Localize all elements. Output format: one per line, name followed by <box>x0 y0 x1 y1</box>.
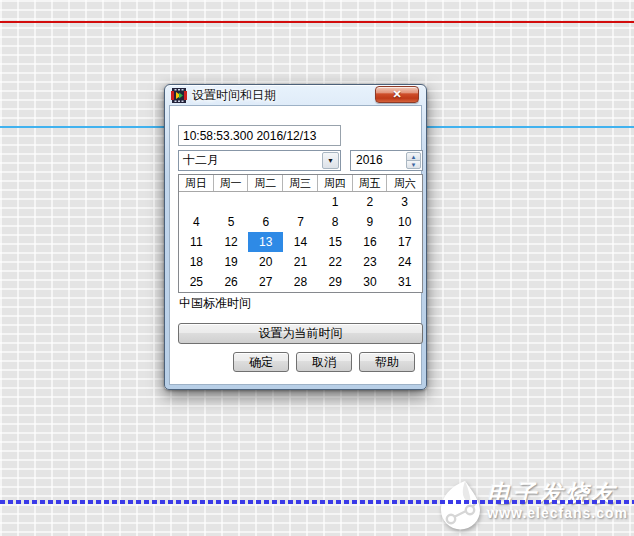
calendar-weekday-header: 周四 <box>318 175 353 191</box>
calendar-weekday-header: 周六 <box>387 175 422 191</box>
calendar-day[interactable]: 8 <box>318 212 353 232</box>
set-current-time-button[interactable]: 设置为当前时间 <box>178 323 423 344</box>
calendar-day[interactable]: 28 <box>283 272 318 292</box>
month-value: 十二月 <box>179 151 340 170</box>
close-button[interactable]: ✕ <box>375 86 419 103</box>
calendar-weekday-header: 周二 <box>248 175 283 191</box>
set-time-date-dialog: 设置时间和日期 ✕ 十二月 ▼ 2016 ▲ ▼ 周日 周一 <box>164 84 427 390</box>
help-button[interactable]: 帮助 <box>359 352 415 372</box>
calendar-weekday-header: 周五 <box>353 175 388 191</box>
calendar-day[interactable]: 6 <box>248 212 283 232</box>
labview-clock-icon <box>171 88 187 103</box>
calendar-day[interactable]: 7 <box>283 212 318 232</box>
calendar-day[interactable]: 1 <box>318 192 353 212</box>
calendar-day[interactable]: 11 <box>179 232 214 252</box>
calendar-day[interactable]: 4 <box>179 212 214 232</box>
calendar-day[interactable]: 15 <box>318 232 353 252</box>
calendar-day[interactable]: 24 <box>387 252 422 272</box>
calendar-day[interactable]: 16 <box>353 232 388 252</box>
calendar: 周日 周一 周二 周三 周四 周五 周六 1 2 3 4 <box>178 174 423 293</box>
calendar-day[interactable]: 30 <box>353 272 388 292</box>
ok-button[interactable]: 确定 <box>233 352 289 372</box>
calendar-day[interactable]: 12 <box>214 232 249 252</box>
calendar-day-selected[interactable]: 13 <box>248 232 283 252</box>
dialog-client-area: 十二月 ▼ 2016 ▲ ▼ 周日 周一 周二 周三 周四 周五 周六 <box>170 106 421 384</box>
timezone-label: 中国标准时间 <box>179 295 251 312</box>
calendar-day[interactable]: 2 <box>353 192 388 212</box>
calendar-day[interactable]: 17 <box>387 232 422 252</box>
calendar-day[interactable]: 23 <box>353 252 388 272</box>
datetime-input[interactable] <box>178 125 341 146</box>
elecfans-logo-icon <box>437 480 483 532</box>
year-spinner[interactable]: 2016 ▲ ▼ <box>350 150 423 171</box>
dotted-blue-wire <box>0 500 634 504</box>
chevron-down-icon[interactable]: ▼ <box>322 152 339 169</box>
close-icon: ✕ <box>392 89 401 100</box>
spin-down-icon[interactable]: ▼ <box>406 160 421 169</box>
calendar-day[interactable]: 21 <box>283 252 318 272</box>
block-diagram-background: 电子发烧友 www.elecfans.com 设置时间和日期 ✕ 十二月 <box>0 0 634 536</box>
calendar-day <box>283 192 318 212</box>
calendar-day[interactable]: 19 <box>214 252 249 272</box>
dialog-titlebar[interactable]: 设置时间和日期 ✕ <box>165 85 426 105</box>
calendar-day[interactable]: 9 <box>353 212 388 232</box>
calendar-day[interactable]: 27 <box>248 272 283 292</box>
calendar-day[interactable]: 5 <box>214 212 249 232</box>
calendar-weekday-header: 周日 <box>179 175 214 191</box>
calendar-day[interactable]: 25 <box>179 272 214 292</box>
dialog-title: 设置时间和日期 <box>192 87 276 104</box>
calendar-day[interactable]: 18 <box>179 252 214 272</box>
calendar-day <box>214 192 249 212</box>
red-wire <box>0 21 634 23</box>
cancel-button[interactable]: 取消 <box>296 352 352 372</box>
calendar-day[interactable]: 26 <box>214 272 249 292</box>
calendar-day[interactable]: 22 <box>318 252 353 272</box>
calendar-day[interactable]: 10 <box>387 212 422 232</box>
calendar-day <box>248 192 283 212</box>
calendar-day[interactable]: 14 <box>283 232 318 252</box>
calendar-day[interactable]: 3 <box>387 192 422 212</box>
calendar-header-row: 周日 周一 周二 周三 周四 周五 周六 <box>179 175 422 192</box>
watermark-url: www.elecfans.com <box>487 506 628 521</box>
calendar-day[interactable]: 31 <box>387 272 422 292</box>
calendar-grid: 1 2 3 4 5 6 7 8 9 10 11 12 13 14 15 16 1 <box>179 192 422 292</box>
month-dropdown[interactable]: 十二月 ▼ <box>178 150 341 171</box>
calendar-weekday-header: 周三 <box>283 175 318 191</box>
calendar-weekday-header: 周一 <box>214 175 249 191</box>
calendar-day[interactable]: 20 <box>248 252 283 272</box>
calendar-day[interactable]: 29 <box>318 272 353 292</box>
calendar-day <box>179 192 214 212</box>
